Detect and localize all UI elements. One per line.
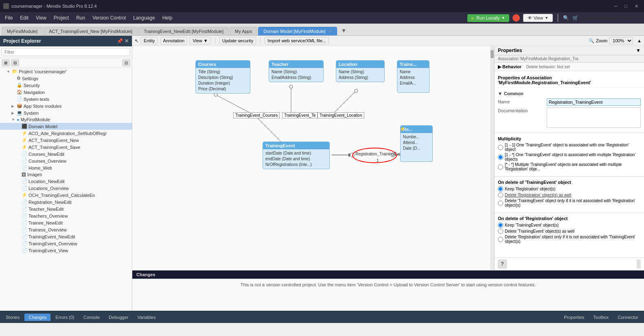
bottom-tab-errors[interactable]: Errors (0): [51, 314, 78, 321]
menu-edit[interactable]: Edit: [17, 14, 32, 22]
tree-trainingevent-overview[interactable]: 📄 TrainingEvent_Overview: [0, 240, 132, 247]
delete-reg-radio-0[interactable]: [498, 223, 503, 228]
close-btn[interactable]: ✕: [632, 4, 641, 9]
view-dropdown-button[interactable]: View ▼: [190, 37, 211, 44]
tree-settings[interactable]: ⚙ Settings: [0, 75, 132, 82]
zoom-select[interactable]: 100% 75% 50% 150%: [609, 37, 633, 44]
bottom-tab-stories[interactable]: Stories: [2, 314, 24, 321]
collapse-all-button[interactable]: ⊟: [11, 59, 19, 66]
tree-act-new[interactable]: ⚡ ACT_TrainingEvent_New: [0, 137, 132, 144]
delete-training-radio-1[interactable]: [498, 192, 503, 198]
menu-language[interactable]: Language: [130, 14, 158, 22]
delete-reg-radio-1[interactable]: [498, 229, 503, 234]
entity-button[interactable]: Entity: [141, 37, 158, 44]
tree-courses-overview[interactable]: 📄 Courses_Overview: [0, 157, 132, 164]
tab-training-event-new[interactable]: TrainingEvent_NewEdit [MyFirstModule]: [138, 27, 229, 35]
bottom-tab-changes[interactable]: Changes: [24, 314, 50, 321]
search-input[interactable]: [2, 48, 130, 56]
tree-navigation[interactable]: 🏠 Navigation: [0, 89, 132, 96]
tree-act-save[interactable]: ⚡ ACT_TrainingEvent_Save: [0, 144, 132, 151]
sidebar-pin-icon[interactable]: 📌: [117, 38, 123, 44]
tree-domain-model[interactable]: ⬛ Domain Model: [0, 123, 132, 130]
tree-myfirstmodule[interactable]: ▼ ● MyFirstModule: [0, 116, 132, 123]
scrollbar-thumb[interactable]: [491, 50, 494, 58]
tree-trainingevent-view[interactable]: 📄 TrainingEvent_View: [0, 247, 132, 254]
tab-my-apps[interactable]: My Apps: [230, 27, 257, 35]
user-email[interactable]: qunchaoshao@transemic.com: [582, 15, 642, 20]
entity-trainee-partial[interactable]: Traine... Name Address EmailA...: [397, 60, 429, 93]
entity-teacher[interactable]: Teacher Name (String) EmailAddress (Stri…: [269, 60, 324, 82]
sidebar-layout-button[interactable]: ⊡: [122, 59, 130, 66]
tree-och[interactable]: ⚡ OCH_TrainingEvent_CalculateEn: [0, 192, 132, 199]
menu-project[interactable]: Project: [50, 14, 72, 22]
common-section-header[interactable]: ▼ Common: [498, 89, 641, 98]
menu-version-control[interactable]: Version Control: [89, 14, 129, 22]
entity-courses[interactable]: Courses Title (String) Description (Stri…: [195, 60, 250, 94]
run-dropdown-icon[interactable]: ▼: [502, 16, 505, 20]
search-icon[interactable]: 🔍: [563, 15, 569, 21]
bottom-tab-toolbox[interactable]: Toolbox: [589, 314, 613, 321]
delete-reg-option-2[interactable]: Delete 'Registration' object only if it …: [498, 235, 641, 244]
bottom-tab-connector[interactable]: Connector: [613, 314, 642, 321]
menu-view[interactable]: View: [33, 14, 50, 22]
behavior-chevron[interactable]: ▶: [498, 64, 502, 69]
tree-trainee-newedit[interactable]: 📄 Trainee_NewEdit: [0, 219, 132, 226]
delete-reg-option-0[interactable]: Keep 'TrainingEvent' object(s): [498, 223, 641, 228]
tab-act-training[interactable]: ACT_TrainingEvent_New [MyFirstModule]: [44, 27, 138, 35]
entity-location[interactable]: Location Name (String) Address (String): [336, 60, 385, 82]
entity-trainingevent[interactable]: TrainingEvent startDate (Date and time) …: [263, 142, 330, 169]
tree-teachers-overview[interactable]: 📄 Teachers_Overview: [0, 212, 132, 219]
view-button[interactable]: 👁 View ▼: [523, 14, 553, 22]
sidebar-close-icon[interactable]: ✕: [125, 38, 129, 44]
tree-aco-reg[interactable]: ⚡ ACO_Ade_Registration_SetNubOfRegi: [0, 130, 132, 137]
name-input[interactable]: [547, 98, 641, 106]
multiplicity-option-2[interactable]: [* - *] Multiple 'TrainingEvent' objects…: [498, 162, 641, 171]
tree-registration-newedit[interactable]: 📄 Registration_NewEdit: [0, 199, 132, 205]
tab-dropdown-button[interactable]: ▼: [338, 26, 350, 35]
multiplicity-option-0[interactable]: [1 - 1] One 'TrainingEvent' object is as…: [498, 143, 641, 152]
menu-file[interactable]: File: [2, 14, 16, 22]
menu-run[interactable]: Run: [73, 14, 88, 22]
tab-domain-model[interactable]: Domain Model [MyFirstModule] ✕: [258, 27, 337, 35]
zoom-in-icon[interactable]: 🔍: [589, 38, 594, 44]
tree-locations-overview[interactable]: 📄 Locations_Overview: [0, 185, 132, 192]
import-button[interactable]: Import web service/XML file...: [265, 37, 329, 44]
bottom-tab-debugger[interactable]: Debugger: [105, 314, 132, 321]
bottom-tab-variables[interactable]: Variables: [133, 314, 160, 321]
tree-courses-newedit[interactable]: 📄 Courses_NewEdit: [0, 151, 132, 157]
delete-training-option-0[interactable]: Keep 'Registration' object(s): [498, 186, 641, 192]
tree-location-newedit[interactable]: 📄 Location_NewEdit: [0, 178, 132, 185]
tree-security[interactable]: 🔒 Security: [0, 82, 132, 89]
delete-training-option-2[interactable]: Delete 'TrainingEvent' object only if it…: [498, 199, 641, 207]
tree-teacher-newedit[interactable]: 📄 Teacher_NewEdit: [0, 205, 132, 212]
run-locally-button[interactable]: ▶ Run Locally ▼: [467, 14, 509, 22]
update-security-button[interactable]: Update security: [219, 37, 256, 44]
stop-button[interactable]: [513, 14, 520, 22]
tree-system[interactable]: ▶ 💻 System: [0, 109, 132, 116]
tab-myfirstmodule[interactable]: MyFirstModule]: [2, 27, 43, 35]
bottom-tab-console[interactable]: Console: [79, 314, 104, 321]
vertical-scrollbar[interactable]: [490, 46, 494, 270]
tab-close-icon[interactable]: ✕: [329, 29, 332, 34]
cursor-icon[interactable]: ↖: [135, 38, 138, 44]
view-dropdown-icon[interactable]: ▼: [545, 16, 548, 20]
multiplicity-radio-0[interactable]: [498, 145, 503, 150]
bottom-tab-properties[interactable]: Properties: [560, 314, 588, 321]
delete-reg-option-1[interactable]: Delete 'TrainingEvent' object(s) as well: [498, 229, 641, 234]
delete-training-radio-0[interactable]: [498, 186, 503, 192]
expand-all-button[interactable]: ⊞: [2, 59, 10, 66]
maximize-btn[interactable]: □: [622, 4, 630, 9]
tree-app-store[interactable]: ▶ 📦 App Store modules: [0, 103, 132, 109]
tree-trainess-overview[interactable]: 📄 Trainess_Overview: [0, 226, 132, 233]
minimize-btn[interactable]: ─: [612, 4, 620, 9]
scroll-up-icon[interactable]: ▲: [637, 38, 642, 43]
multiplicity-option-1[interactable]: [1 - *] One 'TrainingEvent' object is as…: [498, 153, 641, 161]
tree-home-web[interactable]: 📄 Home_Web: [0, 164, 132, 171]
documentation-textarea[interactable]: [547, 107, 641, 128]
properties-expand-icon[interactable]: ▼: [636, 48, 641, 53]
multiplicity-radio-2[interactable]: [498, 164, 503, 170]
tree-trainingevent-newedit[interactable]: 📄 TrainingEvent_NewEdit: [0, 233, 132, 240]
help-button[interactable]: ?: [498, 260, 507, 268]
tree-system-texts[interactable]: 📄 System texts: [0, 96, 132, 103]
delete-training-radio-2[interactable]: [498, 201, 503, 206]
